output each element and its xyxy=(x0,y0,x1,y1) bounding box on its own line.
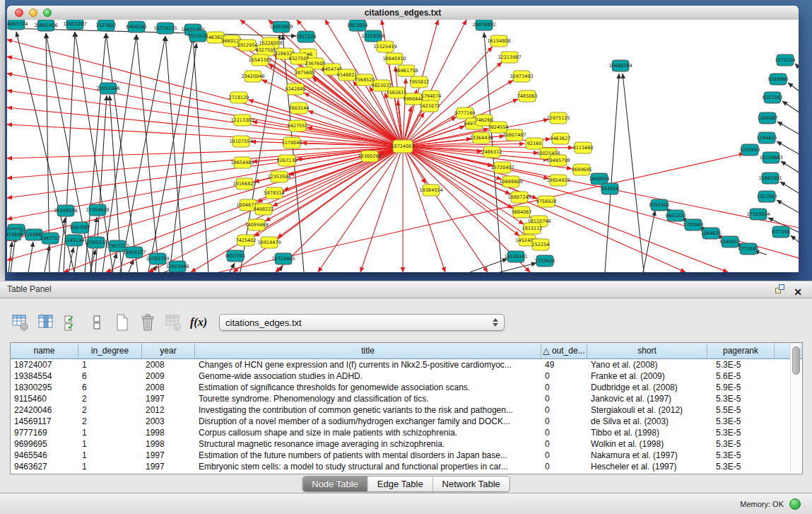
table-row[interactable]: 2242004622012Investigating the contribut… xyxy=(11,404,802,416)
graph-node-yellow[interactable]: 19166827 xyxy=(233,178,256,189)
column-header-pagerank[interactable]: pagerank xyxy=(707,343,775,358)
graph-node-teal[interactable]: 1705943 xyxy=(683,219,704,230)
graph-node-teal[interactable]: 13505135 xyxy=(84,237,107,248)
table-row[interactable]: 977716911998Corpus callosum shape and si… xyxy=(11,427,802,438)
graph-node-yellow[interactable]: 3684067 xyxy=(512,206,532,218)
graph-node-yellow[interactable]: 19495798 xyxy=(546,155,570,166)
graph-node-yellow[interactable]: 19384554 xyxy=(419,185,442,196)
graph-node-yellow[interactable]: 12353594 xyxy=(267,171,290,182)
graph-node-teal[interactable]: 17359928 xyxy=(86,204,109,216)
graph-node-teal[interactable]: 677358 xyxy=(772,226,790,238)
graph-node-yellow[interactable]: 7485063 xyxy=(517,90,538,102)
graph-node-yellow[interactable]: 18107554 xyxy=(229,136,252,147)
graph-node-teal[interactable]: 1527602 xyxy=(96,20,117,31)
graph-node-teal[interactable]: 9329966 xyxy=(768,74,789,85)
graph-node-yellow[interactable]: 7486312 xyxy=(482,146,502,158)
graph-node-teal[interactable]: 10653287 xyxy=(63,20,86,30)
graph-node-teal[interactable]: 15692391 xyxy=(758,173,782,184)
graph-node-teal[interactable]: 16053809 xyxy=(269,21,293,33)
graph-node-teal[interactable]: 1221063 xyxy=(757,191,777,202)
graph-node-yellow[interactable]: 5878314 xyxy=(264,187,285,199)
table-row[interactable]: 1830029562008Estimation of significance … xyxy=(11,382,802,393)
graph-node-yellow[interactable]: 18640910 xyxy=(382,53,406,64)
graph-node-yellow[interactable]: 10973493 xyxy=(510,71,533,82)
graph-node-teal[interactable]: 16210643 xyxy=(759,152,782,163)
graph-node-yellow[interactable]: 10688609 xyxy=(499,176,522,187)
table-row[interactable]: 969969511998Structural magnetic resonanc… xyxy=(11,438,802,450)
table-selector-dropdown[interactable]: citations_edges.txt xyxy=(219,314,505,331)
graph-node-teal[interactable]: 1575104 xyxy=(775,54,796,66)
graph-node-yellow[interactable]: 12213987 xyxy=(498,52,521,63)
graph-node-yellow[interactable]: 16543382 xyxy=(248,54,271,66)
graph-node-teal[interactable]: 8813054 xyxy=(348,20,368,31)
graph-node-teal[interactable]: 15718485 xyxy=(271,253,295,264)
graph-node-teal[interactable]: 7857224 xyxy=(296,31,317,42)
graph-node-yellow[interactable]: 16961758 xyxy=(394,65,418,76)
graph-node-yellow[interactable]: 7955812 xyxy=(409,76,430,88)
column-header-title[interactable]: title xyxy=(195,343,541,358)
graph-node-yellow[interactable]: 9699695 xyxy=(572,164,592,175)
graph-node-yellow[interactable]: 19854923 xyxy=(546,175,570,186)
tab-node-table[interactable]: Node Table xyxy=(302,477,368,491)
graph-node-teal[interactable]: 3215953 xyxy=(740,144,760,156)
graph-node-teal[interactable]: 20206556 xyxy=(54,205,77,216)
table-scrollbar-thumb[interactable] xyxy=(792,346,800,375)
graph-node-yellow[interactable]: 9242845 xyxy=(286,83,306,95)
close-panel-icon[interactable]: ✕ xyxy=(794,286,802,298)
graph-node-yellow[interactable]: 16914479 xyxy=(257,237,281,248)
graph-node-teal[interactable]: 6773582 xyxy=(739,243,759,255)
function-builder-button[interactable]: f(x) xyxy=(189,313,208,332)
graph-node-teal[interactable]: 17103054 xyxy=(746,209,770,220)
table-row[interactable]: 946554611997Estimation of the future num… xyxy=(11,450,802,461)
graph-node-yellow[interactable]: 9463627 xyxy=(551,133,571,144)
graph-node-yellow[interactable]: 12213383 xyxy=(230,115,254,126)
graph-node-yellow[interactable]: 23364436 xyxy=(469,132,493,144)
minimize-window-button[interactable] xyxy=(29,8,37,17)
graph-node-yellow[interactable]: 9756928 xyxy=(536,196,557,207)
network-canvas[interactable]: 1405572420891406106532871527602646616010… xyxy=(7,20,799,272)
graph-node-teal[interactable]: 14139141 xyxy=(504,251,527,262)
graph-node-yellow[interactable]: 12975125 xyxy=(546,112,570,124)
graph-node-yellow[interactable]: 23420046 xyxy=(241,71,264,82)
column-header-year[interactable]: year xyxy=(142,343,195,358)
graph-node-yellow[interactable]: 1621072 xyxy=(420,100,440,112)
graph-node-teal[interactable]: 16648784 xyxy=(608,60,632,71)
select-rows-button[interactable]: ✓ ✓ xyxy=(62,313,81,332)
graph-node-yellow[interactable]: 1815112 xyxy=(522,223,543,234)
graph-node-yellow[interactable]: 252254 xyxy=(532,239,550,250)
network-graph[interactable]: 1405572420891406106532871527602646616010… xyxy=(7,20,799,272)
column-header-name[interactable]: name xyxy=(11,343,78,358)
graph-node-yellow[interactable]: 11525419 xyxy=(373,41,396,52)
graph-node-yellow[interactable]: 18724007 xyxy=(391,140,414,153)
graph-node-teal[interactable]: 9451220 xyxy=(666,210,686,221)
graph-node-yellow[interactable]: 3875685 xyxy=(295,67,315,78)
graph-node-yellow[interactable]: 3624554 xyxy=(488,122,509,133)
graph-node-yellow[interactable]: 18300295 xyxy=(358,151,381,162)
graph-node-yellow[interactable]: 16154808 xyxy=(487,35,510,47)
graph-node-teal[interactable]: 12923446 xyxy=(165,261,189,272)
graph-node-yellow[interactable]: 7425402 xyxy=(236,235,257,246)
graph-node-teal[interactable]: 893854 xyxy=(601,183,619,194)
close-window-button[interactable] xyxy=(15,8,23,17)
graph-node-yellow[interactable]: 9115460 xyxy=(573,142,594,153)
graph-node-teal[interactable]: 14055724 xyxy=(7,20,28,30)
new-table-button[interactable] xyxy=(113,313,131,332)
graph-node-teal[interactable]: 20053346 xyxy=(96,83,119,94)
graph-node-yellow[interactable]: 18807249 xyxy=(507,192,531,203)
table-row[interactable]: 1938455462009Genome-wide association stu… xyxy=(11,370,802,382)
float-panel-icon[interactable] xyxy=(775,284,785,300)
graph-node-yellow[interactable]: 7603144 xyxy=(289,103,310,114)
graph-node-teal[interactable]: 3913998 xyxy=(7,229,23,240)
table-row[interactable]: 911546021997Tourette syndrome. Phenomeno… xyxy=(11,393,802,404)
graph-node-yellow[interactable]: 9427552 xyxy=(288,120,308,132)
tab-edge-table[interactable]: Edge Table xyxy=(368,477,433,491)
column-header-out-degree[interactable]: △ out_de... xyxy=(541,343,587,358)
table-row[interactable]: 1456911722003Disruption of a novel membe… xyxy=(11,416,802,427)
graph-node-yellow[interactable]: 9777169 xyxy=(455,107,476,119)
zoom-window-button[interactable] xyxy=(43,8,52,17)
graph-node-yellow[interactable]: 14099469 xyxy=(245,219,268,230)
graph-node-teal[interactable]: 6466160 xyxy=(126,21,147,33)
graph-node-teal[interactable]: 13218506 xyxy=(361,30,384,42)
column-header-short[interactable]: short xyxy=(587,343,707,358)
network-window-titlebar[interactable]: citations_edges.txt xyxy=(7,6,799,21)
